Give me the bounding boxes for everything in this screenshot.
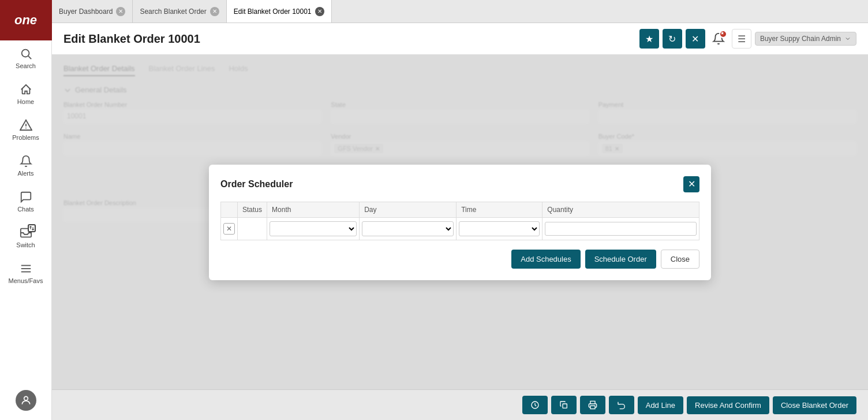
add-schedules-button[interactable]: Add Schedules: [511, 250, 580, 269]
notification-bell[interactable]: [709, 29, 728, 49]
month-cell: JanuaryFebruaryMarch AprilMayJune JulyAu…: [267, 217, 360, 240]
switch-icon-wrapper: [20, 226, 32, 239]
quantity-input[interactable]: [545, 222, 697, 236]
tab-edit-blanket-order[interactable]: Edit Blanket Order 10001 ✕: [227, 0, 332, 23]
tab-close-edit-blanket-order[interactable]: ✕: [315, 7, 324, 16]
svg-line-1: [28, 56, 31, 59]
col-quantity: Quantity: [542, 202, 699, 217]
refresh-button[interactable]: ↻: [663, 29, 682, 49]
content-area: Blanket Order Details Blanket Order Line…: [52, 55, 868, 389]
tab-buyer-dashboard[interactable]: Buyer Dashboard ✕: [52, 0, 133, 23]
col-delete: [221, 202, 238, 217]
bell-icon: [20, 155, 32, 168]
day-cell: MondayTuesdayWednesday ThursdayFridaySat…: [360, 217, 457, 240]
search-icon: [20, 47, 32, 60]
notification-badge: [719, 30, 727, 38]
sidebar-item-alerts[interactable]: Alerts: [0, 148, 51, 184]
modal-header: Order Scheduler ✕: [220, 176, 699, 192]
tab-close-buyer-dashboard[interactable]: ✕: [116, 7, 125, 16]
row-delete-button[interactable]: ✕: [223, 223, 235, 235]
hamburger-menu-button[interactable]: ☰: [732, 29, 751, 49]
switch-badge: [28, 224, 36, 232]
svg-point-8: [24, 396, 28, 400]
svg-point-3: [25, 128, 27, 129]
user-dropdown[interactable]: Buyer Suppy Chain Admin: [755, 32, 856, 46]
sidebar-item-home[interactable]: Home: [0, 76, 51, 112]
modal-close-x-button[interactable]: ✕: [683, 176, 699, 192]
copy-button[interactable]: [551, 396, 577, 414]
sidebar-item-menus[interactable]: Menus/Favs: [0, 255, 51, 291]
modal-actions: Add Schedules Schedule Order Close: [220, 250, 699, 269]
quantity-cell: [542, 217, 699, 240]
bottom-bar: Add Line Revise And Confirm Close Blanke…: [52, 389, 868, 420]
modal-overlay: Order Scheduler ✕ Status Month Day Time …: [52, 55, 868, 389]
col-time: Time: [457, 202, 542, 217]
day-select[interactable]: MondayTuesdayWednesday ThursdayFridaySat…: [362, 221, 454, 236]
scheduler-table: Status Month Day Time Quantity ✕: [220, 202, 699, 240]
col-status: Status: [238, 202, 267, 217]
undo-button[interactable]: [609, 396, 634, 414]
clock-button[interactable]: [522, 396, 548, 414]
header-actions: ★ ↻ ✕ ☰ Buyer Suppy Chain Admin: [639, 29, 856, 49]
sidebar-item-search[interactable]: Search: [0, 40, 51, 76]
order-scheduler-modal: Order Scheduler ✕ Status Month Day Time …: [209, 165, 711, 280]
chat-icon: [20, 191, 32, 203]
revise-and-confirm-button[interactable]: Revise And Confirm: [687, 396, 769, 414]
app-logo[interactable]: one: [0, 0, 52, 40]
col-day: Day: [360, 202, 457, 217]
sidebar-item-problems[interactable]: Problems: [0, 112, 51, 148]
sidebar-item-chats[interactable]: Chats: [0, 184, 51, 220]
home-icon: [20, 83, 32, 96]
modal-close-button[interactable]: Close: [661, 250, 699, 269]
page-title: Edit Blanket Order 10001: [63, 32, 639, 46]
close-blanket-order-button[interactable]: Close Blanket Order: [773, 396, 856, 414]
warning-icon: [20, 119, 32, 132]
favorite-button[interactable]: ★: [639, 29, 659, 49]
svg-rect-10: [563, 404, 567, 408]
tab-search-blanket-order[interactable]: Search Blanket Order ✕: [133, 0, 226, 23]
table-row: ✕ JanuaryFebruaryMarch AprilMayJune July…: [221, 217, 699, 240]
tab-bar: Buyer Dashboard ✕ Search Blanket Order ✕…: [52, 0, 868, 23]
month-select[interactable]: JanuaryFebruaryMarch AprilMayJune JulyAu…: [270, 221, 357, 236]
svg-point-0: [21, 50, 29, 57]
user-avatar[interactable]: [16, 390, 36, 411]
menu-icon: [20, 262, 32, 275]
close-button[interactable]: ✕: [686, 29, 705, 49]
time-cell: 12:00 AM6:00 AM 12:00 PM6:00 PM: [457, 217, 542, 240]
sidebar: one Search Home Problems Alerts Chats Sw…: [0, 0, 52, 420]
modal-title: Order Scheduler: [220, 179, 293, 189]
status-cell: [238, 217, 267, 240]
col-month: Month: [267, 202, 360, 217]
schedule-order-button[interactable]: Schedule Order: [585, 250, 656, 269]
svg-rect-11: [590, 406, 595, 408]
main-content: Buyer Dashboard ✕ Search Blanket Order ✕…: [52, 0, 868, 420]
tab-close-search-blanket-order[interactable]: ✕: [210, 7, 219, 16]
print-button[interactable]: [580, 396, 605, 414]
add-line-button[interactable]: Add Line: [638, 396, 683, 414]
time-select[interactable]: 12:00 AM6:00 AM 12:00 PM6:00 PM: [459, 221, 540, 236]
page-header: Edit Blanket Order 10001 ★ ↻ ✕ ☰ Buyer S…: [52, 23, 868, 55]
sidebar-item-switch[interactable]: Switch: [0, 220, 51, 255]
